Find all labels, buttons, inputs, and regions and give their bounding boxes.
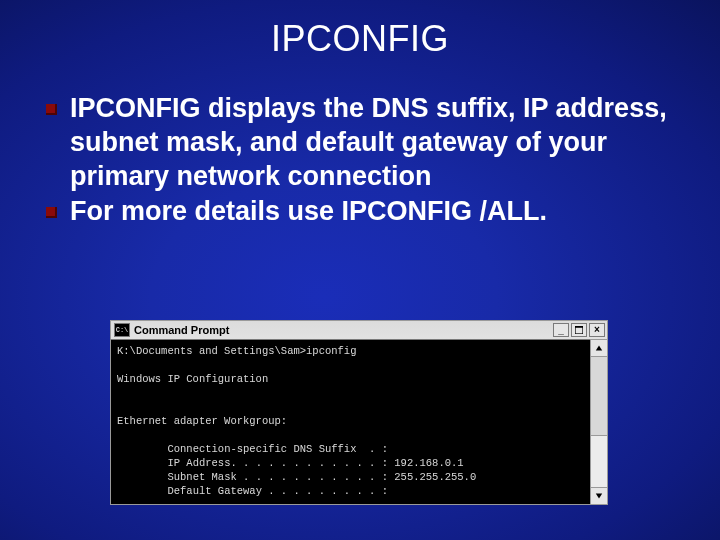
maximize-button[interactable] [571, 323, 587, 337]
scroll-up-button[interactable] [590, 339, 608, 357]
scroll-down-button[interactable] [590, 487, 608, 505]
slide: IPCONFIG IPCONFIG displays the DNS suffi… [0, 0, 720, 540]
row-value: 192.168.0.1 [394, 457, 463, 469]
bullet-item: IPCONFIG displays the DNS suffix, IP add… [46, 92, 674, 193]
slide-title: IPCONFIG [40, 18, 680, 60]
config-header: Windows IP Configuration [117, 373, 268, 385]
scrollbar[interactable] [590, 340, 607, 504]
close-button[interactable]: × [589, 323, 605, 337]
minimize-button[interactable]: _ [553, 323, 569, 337]
scroll-thumb[interactable] [590, 356, 608, 436]
bullet-item: For more details use IPCONFIG /ALL. [46, 195, 674, 229]
cmd-icon: C:\ [114, 323, 130, 337]
window-title: Command Prompt [134, 324, 553, 336]
row-label: Connection-specific DNS Suffix . : [167, 443, 388, 455]
scroll-track[interactable] [591, 357, 607, 487]
titlebar: C:\ Command Prompt _ × [110, 320, 608, 340]
row-label: Subnet Mask . . . . . . . . . . . : [167, 471, 388, 483]
row-label: Default Gateway . . . . . . . . . : [167, 485, 388, 497]
command-prompt-window: C:\ Command Prompt _ × K:\Documents and … [110, 320, 608, 505]
window-body: K:\Documents and Settings\Sam>ipconfig W… [110, 340, 608, 505]
terminal-output: K:\Documents and Settings\Sam>ipconfig W… [111, 340, 590, 504]
window-buttons: _ × [553, 323, 605, 337]
row-label: IP Address. . . . . . . . . . . . : [167, 457, 388, 469]
adapter-line: Ethernet adapter Workgroup: [117, 415, 287, 427]
prompt-line: K:\Documents and Settings\Sam>ipconfig [117, 345, 356, 357]
row-value: 255.255.255.0 [394, 471, 476, 483]
svg-rect-1 [575, 326, 583, 328]
bullet-list: IPCONFIG displays the DNS suffix, IP add… [40, 92, 680, 229]
